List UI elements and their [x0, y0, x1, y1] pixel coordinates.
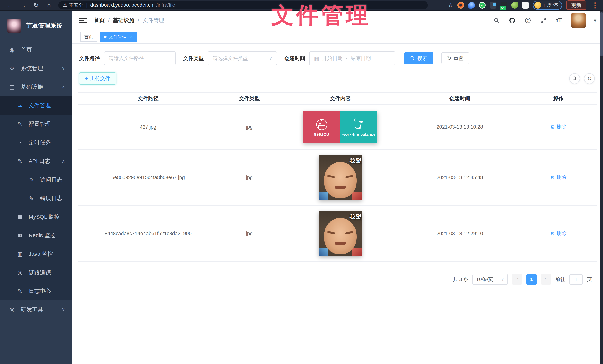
- user-avatar[interactable]: [571, 13, 586, 28]
- meme-corner: [319, 248, 328, 256]
- column-header-type: 文件类型: [218, 95, 280, 102]
- page-scrollbar[interactable]: [600, 11, 603, 364]
- browser-update-button[interactable]: 更新: [566, 0, 586, 10]
- sidebar-item-label: MySQL 监控: [29, 213, 60, 221]
- cell-actions: 删除: [520, 228, 597, 240]
- sidebar-item-dev-tools[interactable]: ⚒ 研发工具 ∨: [0, 300, 72, 319]
- search-icon[interactable]: [493, 17, 500, 24]
- ext-drop-icon[interactable]: [468, 2, 475, 9]
- delete-button[interactable]: 删除: [550, 124, 567, 130]
- cloud-upload-icon: ☁: [16, 102, 24, 109]
- page-number-button[interactable]: 1: [526, 274, 537, 284]
- refresh-table-button[interactable]: ↻: [584, 73, 595, 84]
- home-icon[interactable]: ⌂: [44, 1, 54, 9]
- refresh-icon: ↻: [447, 55, 451, 61]
- table-row: 8448cada8c714e4ab61f521c8da21990 jpg 我裂开…: [78, 206, 597, 262]
- sidebar-item-label: 日志中心: [29, 287, 51, 295]
- icu-left-panel: 996.ICU: [303, 111, 340, 143]
- fullscreen-icon[interactable]: [540, 17, 547, 24]
- help-icon[interactable]: ?: [524, 17, 532, 24]
- delete-label: 删除: [557, 230, 567, 237]
- column-header-created: 创建时间: [400, 95, 520, 102]
- security-warning[interactable]: ⚠ 不安全: [63, 2, 83, 8]
- file-type-label: 文件类型: [183, 55, 204, 62]
- forward-icon[interactable]: →: [18, 1, 28, 9]
- sidebar-item-home[interactable]: ◉ 首页: [0, 40, 72, 59]
- main-area: 首页 / 基础设施 / 文件管理 ?: [72, 11, 603, 364]
- goto-page-input[interactable]: [569, 274, 583, 284]
- sidebar-item-mysql-monitor[interactable]: ≣ MySQL 监控: [0, 207, 72, 226]
- ext-gear-icon[interactable]: [457, 2, 464, 9]
- bookmark-star-icon[interactable]: ☆: [448, 2, 453, 9]
- sidebar-item-label: 首页: [21, 46, 32, 54]
- delete-button[interactable]: 删除: [550, 230, 567, 237]
- sidebar-item-api-log[interactable]: ✎ API 日志 ∧: [0, 152, 72, 171]
- page-size-select[interactable]: 10条/页 ∨: [473, 274, 508, 285]
- reset-button[interactable]: ↻ 重置: [441, 52, 469, 64]
- sidebar-item-log-center[interactable]: ✎ 日志中心: [0, 282, 72, 300]
- cell-file-content: 996.ICU: [280, 106, 400, 148]
- security-label: 不安全: [69, 2, 83, 8]
- toggle-search-button[interactable]: [569, 73, 580, 84]
- upload-file-button[interactable]: + 上传文件: [79, 72, 116, 85]
- tab-file-manage[interactable]: 文件管理 ×: [100, 32, 137, 42]
- meme-mouth: [335, 186, 346, 189]
- sidebar-item-config-manage[interactable]: ✎ 配置管理: [0, 115, 72, 133]
- breadcrumb-infra[interactable]: 基础设施: [113, 17, 134, 24]
- ext-check-icon[interactable]: ✓: [479, 2, 486, 9]
- search-button[interactable]: 搜索: [404, 52, 433, 64]
- next-page-button[interactable]: >: [541, 274, 551, 284]
- sidebar-item-access-log[interactable]: ✎ 访问日志: [0, 171, 72, 189]
- cell-created-time: 2021-03-13 12:45:48: [400, 172, 520, 183]
- fold-sidebar-icon[interactable]: [79, 17, 87, 24]
- chevron-down-icon: ∨: [501, 277, 504, 282]
- file-path-input[interactable]: [109, 56, 171, 61]
- chevron-down-icon: ∨: [269, 56, 272, 61]
- ext-grid-icon[interactable]: [490, 2, 497, 9]
- sidebar-item-redis-monitor[interactable]: ≋ Redis 监控: [0, 226, 72, 245]
- tab-home[interactable]: 首页: [80, 32, 97, 42]
- reload-icon[interactable]: ↻: [31, 1, 41, 9]
- delete-button[interactable]: 删除: [550, 174, 567, 181]
- sidebar-item-file-manage[interactable]: ☁ 文件管理: [0, 96, 72, 115]
- trash-icon: [550, 231, 555, 236]
- browser-menu-kebab-icon[interactable]: ⋮: [590, 1, 600, 9]
- breadcrumb-home[interactable]: 首页: [94, 17, 105, 24]
- user-caret-down-icon[interactable]: ▾: [594, 18, 596, 23]
- close-icon[interactable]: ×: [130, 34, 133, 40]
- app-logo-row[interactable]: 芋道管理系统: [0, 11, 72, 40]
- file-table: 文件路径 文件类型 文件内容 创建时间 操作 427.jpg jpg: [78, 92, 597, 262]
- file-preview-996icu-image[interactable]: 996.ICU: [303, 111, 377, 143]
- sidebar-item-java-monitor[interactable]: ▥ Java 监控: [0, 245, 72, 263]
- sidebar-item-system[interactable]: ⚙ 系统管理 ∨: [0, 59, 72, 78]
- file-preview-meme-image[interactable]: 我裂开了: [319, 211, 362, 256]
- icu-slogan-text: work-life balance: [342, 132, 375, 136]
- ext-leaf-icon[interactable]: [511, 2, 518, 9]
- mysql-icon: ≣: [16, 214, 24, 220]
- profile-paused-pill[interactable]: 已暂停: [533, 0, 562, 10]
- file-type-select[interactable]: 请选择文件类型 ∨: [208, 51, 277, 65]
- sidebar-item-scheduled-job[interactable]: ◔ 定时任务: [0, 133, 72, 152]
- sidebar-item-trace[interactable]: ◎ 链路追踪: [0, 263, 72, 282]
- address-bar[interactable]: ⚠ 不安全 | dashboard.yudao.iocoder.cn/infra…: [58, 1, 428, 9]
- scrollbar-thumb[interactable]: [600, 12, 603, 57]
- sidebar-item-label: Java 监控: [29, 250, 53, 258]
- back-icon[interactable]: ←: [5, 1, 15, 9]
- breadcrumb-separator: /: [138, 17, 139, 23]
- font-size-icon[interactable]: tT: [555, 17, 563, 24]
- prev-page-button[interactable]: <: [512, 274, 522, 284]
- file-preview-meme-image[interactable]: 我裂开了: [319, 155, 362, 200]
- browser-extensions-area: ☆ ✓ on 已暂停 更新 ⋮: [448, 0, 600, 10]
- sidebar-item-error-log[interactable]: ✎ 错误日志: [0, 189, 72, 207]
- edit-icon: ✎: [16, 121, 24, 127]
- sidebar-item-label: 链路追踪: [29, 269, 51, 276]
- ext-vpn-icon[interactable]: on: [500, 2, 507, 9]
- cell-file-type: jpg: [218, 172, 280, 183]
- toolbar-right-icons: ↻: [569, 73, 597, 84]
- github-icon[interactable]: [509, 17, 516, 24]
- goto-label: 前往: [555, 276, 565, 283]
- api-log-icon: ✎: [16, 158, 24, 164]
- extensions-puzzle-icon[interactable]: [522, 2, 529, 9]
- date-range-picker[interactable]: ▦ 开始日期 - 结束日期: [309, 51, 395, 65]
- sidebar-item-infra[interactable]: ▤ 基础设施 ∧: [0, 78, 72, 96]
